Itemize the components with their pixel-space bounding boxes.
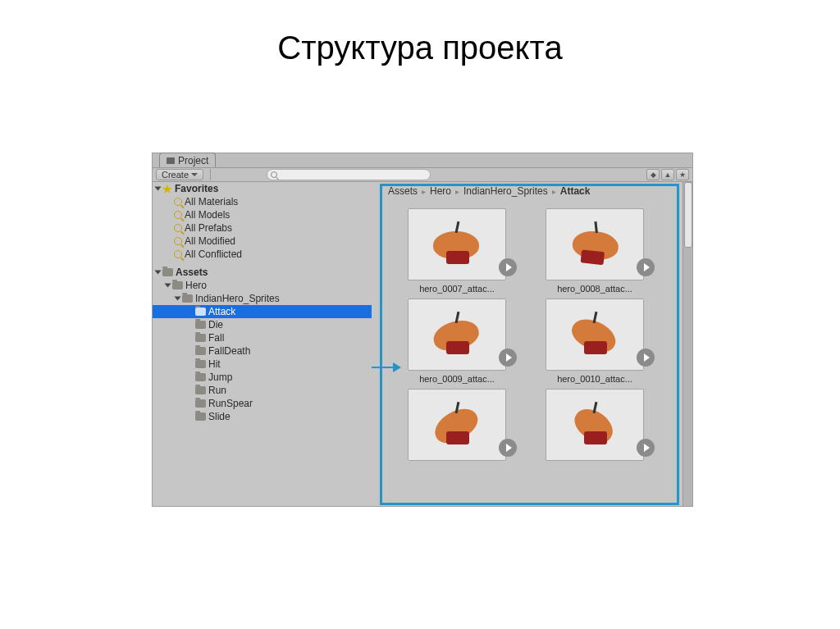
asset-thumb (546, 208, 644, 280)
tree-folder[interactable]: Slide (153, 410, 372, 423)
asset-item[interactable]: hero_0010_attac... (534, 299, 655, 384)
favorites-item[interactable]: All Models (153, 208, 372, 221)
asset-thumb (408, 208, 506, 280)
folder-icon (195, 386, 206, 394)
search-icon (174, 224, 182, 232)
favorites-item[interactable]: All Conflicted (153, 248, 372, 261)
assets-header[interactable]: Assets (153, 266, 372, 279)
play-icon (499, 349, 517, 367)
divider (210, 169, 211, 180)
tree-folder-sprites[interactable]: IndianHero_Sprites (153, 292, 372, 305)
filter-button[interactable]: ◆ (646, 169, 660, 180)
folder-label: Slide (208, 411, 231, 422)
folder-icon (195, 308, 206, 316)
favorites-item[interactable]: All Prefabs (153, 221, 372, 235)
asset-thumb (546, 299, 644, 371)
folder-label: Run (208, 385, 226, 396)
tree-folder[interactable]: Fall (153, 331, 372, 344)
folder-label: FallDeath (208, 345, 250, 357)
tree-folder-hero[interactable]: Hero (153, 279, 372, 292)
play-icon (637, 258, 655, 276)
breadcrumb-item[interactable]: Assets (388, 185, 418, 197)
tab-label: Project (178, 155, 208, 166)
folder-icon (195, 412, 206, 421)
project-tab[interactable]: Project (159, 153, 216, 167)
breadcrumb-item[interactable]: Hero (430, 185, 451, 197)
tree-folder[interactable]: RunSpear (153, 397, 372, 410)
folder-icon (162, 268, 173, 276)
folder-icon (195, 373, 206, 381)
favorites-header[interactable]: ★ Favorites (153, 182, 372, 195)
create-label: Create (162, 170, 189, 180)
search-input[interactable] (267, 169, 431, 180)
folder-label: Hit (208, 358, 221, 370)
folder-tree: ★ Favorites All Materials All Models All… (153, 182, 372, 506)
search-icon (174, 198, 182, 206)
folder-label: Fall (208, 332, 224, 344)
folder-label: Attack (208, 306, 235, 317)
fav-label: All Conflicted (185, 248, 242, 260)
asset-thumb (408, 389, 506, 461)
favorites-item[interactable]: All Materials (153, 195, 372, 208)
folder-icon (182, 294, 193, 303)
folder-icon (167, 157, 175, 164)
asset-item[interactable]: hero_0007_attac... (396, 208, 518, 294)
caret-icon (175, 297, 181, 301)
fav-label: All Models (185, 209, 230, 221)
asset-label: hero_0008_attac... (557, 284, 632, 294)
sprite-preview (566, 312, 623, 358)
favorites-label: Favorites (175, 183, 218, 194)
asset-item[interactable]: hero_0008_attac... (534, 208, 655, 294)
dropdown-icon (191, 173, 198, 176)
callout-arrow (372, 367, 399, 368)
search-icon (174, 211, 182, 219)
chevron-right-icon: ▸ (455, 187, 459, 196)
caret-icon (165, 284, 171, 288)
sprite-preview (428, 402, 486, 448)
tree-folder[interactable]: Run (153, 384, 372, 397)
scroll-thumb[interactable] (684, 182, 692, 248)
account-button[interactable]: ▲ (661, 169, 674, 180)
tree-folder[interactable]: Die (153, 318, 372, 331)
asset-item[interactable] (534, 389, 655, 464)
slide-title: Структура проекта (0, 30, 840, 66)
breadcrumb-item[interactable]: IndianHero_Sprites (463, 185, 548, 197)
caret-icon (155, 271, 162, 275)
caret-icon (155, 187, 162, 191)
breadcrumb-current: Attack (560, 185, 591, 197)
folder-label: Hero (185, 280, 207, 291)
folder-icon (195, 334, 206, 342)
folder-label: Jump (208, 371, 232, 383)
favorite-button[interactable]: ★ (676, 169, 689, 180)
play-icon (637, 439, 655, 457)
tree-folder-attack[interactable]: Attack (153, 305, 372, 318)
search-icon (174, 250, 182, 258)
play-icon (499, 258, 517, 276)
asset-grid-pane: Assets ▸ Hero ▸ IndianHero_Sprites ▸ Att… (372, 182, 692, 506)
play-icon (499, 439, 517, 457)
star-icon: ★ (162, 183, 172, 195)
folder-label: Die (208, 319, 223, 330)
fav-label: All Prefabs (185, 222, 232, 234)
fav-label: All Materials (185, 196, 238, 207)
asset-thumb (546, 389, 644, 461)
tree-folder[interactable]: Hit (153, 358, 372, 371)
tree-folder[interactable]: FallDeath (153, 344, 372, 358)
sprite-preview (566, 402, 623, 448)
tree-folder[interactable]: Jump (153, 371, 372, 384)
favorites-item[interactable]: All Modified (153, 235, 372, 248)
chevron-right-icon: ▸ (422, 187, 426, 196)
asset-item[interactable] (396, 389, 518, 464)
sprite-preview (428, 221, 486, 267)
folder-icon (195, 347, 206, 355)
create-button[interactable]: Create (156, 169, 203, 180)
sprite-preview (428, 312, 486, 358)
grid-scrollbar[interactable] (682, 182, 692, 506)
asset-thumb (408, 299, 506, 371)
project-panel: Project Create ◆ ▲ ★ ★ Favorites All Mat… (152, 153, 693, 507)
asset-grid: hero_0007_attac... hero_0008_attac... he… (396, 208, 655, 464)
asset-label: hero_0007_attac... (419, 284, 495, 294)
search-icon (174, 237, 182, 245)
fav-label: All Modified (185, 235, 235, 247)
asset-item[interactable]: hero_0009_attac... (396, 299, 518, 384)
